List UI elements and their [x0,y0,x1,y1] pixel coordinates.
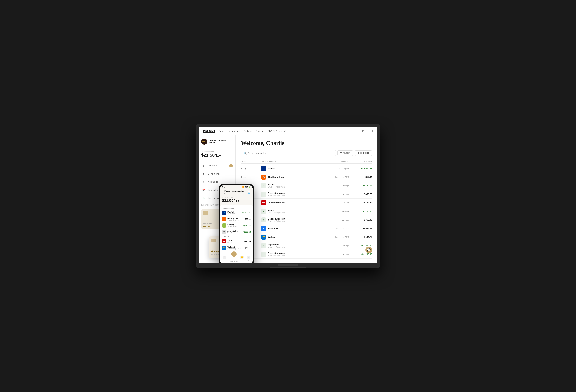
company-info: RANCH Charlie's Ranch House [199,139,235,148]
nav-integrations[interactable]: Integrations [229,130,240,132]
phone-signal: 📶 WiFi 🔋 [242,186,251,188]
phone-balance-label: YOUR BALANCE [222,197,251,198]
search-icon: 🔍 [243,151,247,155]
overview-nav-icon: ⊞ [223,256,227,259]
phone-menu-icon[interactable]: ☰ [222,190,225,194]
facebook-logo: f [261,226,266,231]
phone-receipt-icon[interactable]: 🧾 [247,190,251,194]
balance-amount: $21,504.00 [201,152,233,158]
homedepot-logo: HD [222,217,226,221]
overview-icon: ⊞ [201,163,206,168]
envelope-logo: ≡ [261,217,266,222]
phone-bottom-nav: ⊞ Overview + ↕ Move Money 💳 Cards ? S [220,253,253,263]
balance-label: YOUR BALANCE [201,150,233,152]
col-counterparty: COUNTERPARTY [261,161,325,162]
sidebar-send-money-label: Send money [208,173,220,175]
sidebar-item-overview[interactable]: ⊞ Overview 3 [199,162,235,170]
card-brand: 🏔 NorthOne [203,226,212,228]
table-row: ≡ Deposit Account Envelope Adjustment En… [241,216,372,224]
balance-section: YOUR BALANCE $21,504.00 [199,150,235,160]
phone-tx-row: W Walmart Card ending in 3444 −$47.76 [220,244,253,251]
add-button[interactable]: + [231,251,236,257]
company-name: Charlie's Ranch House [209,140,233,144]
phone-tx-row: HD Home Depot Card ending in 3444 −$25.3… [220,216,253,222]
table-row: ≡ Payroll Envelope Adjustment Envelope +… [241,207,372,216]
col-method: METHOD [325,161,352,162]
homedepot-logo: 🏠 [261,175,266,180]
welcome-title: Welcome, Charlie [241,140,372,146]
phone-nav-move-money[interactable]: + ↕ Move Money [230,254,238,262]
search-bar[interactable]: 🔍 [241,150,336,156]
nav-links: Dashboard Cards Integrations Settings Su… [203,129,286,133]
paypal-logo: P [222,211,226,215]
sidebar-add-funds-label: Add funds [208,181,218,183]
sidebar-overview-label: Overview [208,164,217,167]
support-nav-icon: ? [247,256,250,259]
phone-date-label: Monday, Nov. 22 [220,207,253,210]
table-row: Today P PayPal ACH Deposit +$9,500.23 [241,164,372,173]
top-navigation: Dashboard Cards Integrations Settings Su… [199,127,377,135]
table-row: Today 🏠 The Home Depot Card ending 2313 … [241,173,372,181]
sidebar-item-send-money[interactable]: ✈ Send money [199,170,235,178]
nav-support[interactable]: Support [256,130,264,132]
phone-time: 9:41 [222,186,226,188]
phone-tx-row: vzn Verizon Bill Pay −$178.34 [220,238,253,244]
chat-button[interactable]: 💬 [365,246,372,253]
walmart-logo: W [261,235,266,240]
paypal-logo: P [261,166,266,171]
logout-button[interactable]: ⊟ Log out [362,130,373,132]
envelope-logo: ≡ [261,252,266,257]
phone-header: ☰ Fairest Landscaping Co. 🧾 [220,189,253,196]
phone-balance-section: YOUR BALANCE $21,504.00 [220,196,253,204]
logout-icon: ⊟ [362,130,364,132]
add-funds-icon: ＋ [201,180,206,184]
nav-settings[interactable]: Settings [244,130,252,132]
col-amount: AMOUNT [352,161,372,162]
phone-nav-overview[interactable]: ⊞ Overview [222,256,228,261]
nav-sba[interactable]: SBA PPP Loans ↗ [268,130,286,132]
table-row: W Walmart Card ending 2313 −$134.70 [241,233,372,241]
svg-text:RANCH: RANCH [202,141,206,142]
move-money-icon: ↕ [232,257,235,261]
envelope-logo: ≡ [261,243,266,248]
shopify-logo: S [222,223,226,228]
card-type: business debit [203,222,212,224]
phone-tx-row: S Shopify ACH Transfer +$450.21 [220,222,253,229]
filter-button[interactable]: ▽ FILTER [337,150,353,156]
send-invoice-icon: 💲 [201,196,206,200]
overview-badge: 3 [229,164,233,168]
table-row: f Facebook Card ending 2313 −$526.32 [241,224,372,233]
nav-cards[interactable]: Cards [219,130,225,132]
phone-balance: $21,504.00 [222,198,251,203]
export-button[interactable]: ⬇ EXPORT [355,150,372,156]
phone-mockup: 9:41 📶 WiFi 🔋 ☰ Fairest Landscaping Co. … [219,184,254,263]
person-logo: JS [222,230,226,234]
card-chip [203,211,208,215]
phone-nav-support[interactable]: ? Support [246,256,251,261]
company-logo: RANCH [201,139,207,145]
verizon-logo: vzn [222,239,226,243]
send-money-icon: ✈ [201,172,206,176]
table-row: ≡ Equipment Envelope Adjustment Envelope… [241,241,372,250]
envelope-logo: ≡ [261,192,266,197]
table-row: ≡ Taxes Envelope Adjustment Envelope +$3… [241,181,372,190]
walmart-logo: W [222,246,226,250]
table-row: ≡ Deposit Account Envelope Adjustment En… [241,250,372,259]
phone-status-bar: 9:41 📶 WiFi 🔋 [220,185,253,189]
search-filter-row: 🔍 ▽ FILTER ⬇ EXPORT [241,150,372,156]
card-chip [211,239,216,242]
export-icon: ⬇ [358,152,359,154]
phone-nav-cards[interactable]: 💳 Cards [240,256,244,261]
phone-date-label2: y, Nov. 21 [220,235,253,238]
envelope-logo: ≡ [261,209,266,214]
phone-tx-row: JS John Smith Wire Transfer +$230.23 [220,229,253,235]
nav-dashboard[interactable]: Dashboard [203,129,215,133]
table-row: ≡ Deposit Account Envelope Adjustment En… [241,190,372,199]
cards-nav-icon: 💳 [240,256,244,259]
table-row: vzn Verizon Wireless Bill Pay −$178.34 [241,199,372,207]
scheduled-payments-icon: 📅 [201,188,206,192]
search-input[interactable] [248,152,333,154]
filter-icon: ▽ [340,152,342,154]
col-date: DATE [241,161,261,162]
main-content: Welcome, Charlie 🔍 ▽ FILTER ⬇ EXPORT [235,135,377,263]
